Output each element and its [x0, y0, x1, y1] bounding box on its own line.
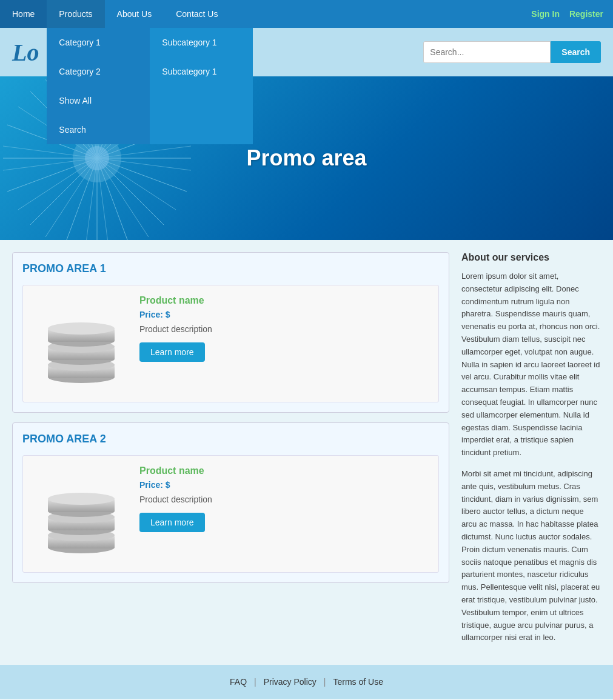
dropdown-subcategory1-b[interactable]: Subcategory 1 [150, 57, 253, 86]
search-area: Search [423, 41, 601, 63]
main-content: PROMO AREA 1 [0, 240, 613, 665]
logo-text: Lo [12, 39, 39, 66]
footer: FAQ | Privacy Policy | Terms of Use [0, 665, 613, 699]
footer-terms[interactable]: Terms of Use [333, 677, 383, 687]
nav-products[interactable]: Products Category 1 Category 2 Show All … [47, 0, 104, 28]
product-row-1: Product name Price: $ Product descriptio… [22, 285, 439, 402]
product-icon-1 [36, 298, 127, 389]
promo-area-1-card: PROMO AREA 1 [12, 252, 449, 413]
search-button[interactable]: Search [551, 41, 601, 63]
footer-sep-1: | [254, 677, 256, 687]
product-desc-1: Product description [139, 324, 429, 334]
product-image-2 [33, 465, 130, 562]
product-name-1: Product name [139, 295, 429, 306]
footer-sep-2: | [324, 677, 326, 687]
register-link[interactable]: Register [569, 9, 603, 19]
svg-point-26 [48, 322, 115, 335]
promo-text: Promo area [246, 145, 366, 171]
search-input[interactable] [423, 41, 551, 63]
promo-area-2-title: PROMO AREA 2 [22, 433, 439, 445]
nav-about[interactable]: About Us [105, 0, 164, 28]
product-name-2: Product name [139, 465, 429, 476]
product-price-2: Price: $ [139, 480, 429, 490]
product-details-2: Product name Price: $ Product descriptio… [139, 465, 429, 532]
dropdown-search[interactable]: Search [47, 115, 150, 144]
main-nav: Home Products Category 1 Category 2 Show… [0, 0, 613, 28]
dropdown-category1[interactable]: Category 1 [47, 28, 150, 57]
promo-area-1-title: PROMO AREA 1 [22, 262, 439, 275]
sidebar-title: About our services [461, 252, 601, 263]
sidebar: About our services Lorem ipsum dolor sit… [461, 252, 601, 653]
learn-more-btn-2[interactable]: Learn more [139, 513, 205, 532]
dropdown-category2[interactable]: Category 2 [47, 57, 150, 86]
dropdown-subcategory1-a[interactable]: Subcategory 1 [150, 28, 253, 57]
signin-link[interactable]: Sign In [531, 9, 560, 19]
dropdown-show-all[interactable]: Show All [47, 86, 150, 115]
left-column: PROMO AREA 1 [12, 252, 449, 653]
svg-point-17 [85, 146, 109, 170]
promo-title: Promo area [246, 145, 366, 171]
sidebar-text1: Lorem ipsum dolor sit amet, consectetur … [461, 270, 601, 459]
nav-auth: Sign In Register [521, 0, 613, 28]
nav-home[interactable]: Home [0, 0, 47, 28]
svg-point-35 [48, 493, 115, 505]
promo-area-2-card: PROMO AREA 2 [12, 422, 449, 583]
nav-contact[interactable]: Contact Us [164, 0, 230, 28]
footer-privacy[interactable]: Privacy Policy [264, 677, 317, 687]
footer-faq[interactable]: FAQ [230, 677, 247, 687]
sidebar-text2: Morbi sit amet mi tincidunt, adipiscing … [461, 468, 601, 644]
dropdown-col2: Subcategory 1 Subcategory 1 [150, 28, 253, 144]
learn-more-btn-1[interactable]: Learn more [139, 342, 205, 362]
dropdown-col1: Category 1 Category 2 Show All Search [47, 28, 150, 144]
product-row-2: Product name Price: $ Product descriptio… [22, 455, 439, 573]
product-image-1 [33, 295, 130, 392]
product-price-1: Price: $ [139, 310, 429, 319]
product-icon-2 [36, 468, 127, 559]
product-details-1: Product name Price: $ Product descriptio… [139, 295, 429, 362]
product-desc-2: Product description [139, 495, 429, 504]
products-dropdown: Category 1 Category 2 Show All Search Su… [47, 28, 253, 144]
